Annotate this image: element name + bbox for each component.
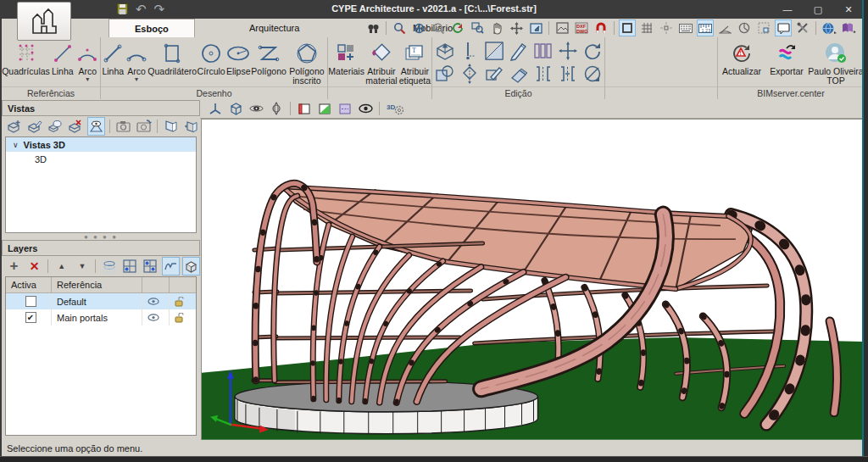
panel-splitter[interactable]: ● ● ● ● <box>2 233 200 240</box>
maximize-button[interactable]: ▢ <box>805 3 831 16</box>
orbit-eye-icon[interactable] <box>248 100 264 117</box>
grid-b-icon[interactable] <box>142 257 159 276</box>
delete-layer-icon[interactable]: ✕ <box>25 257 43 276</box>
grid-toggle-icon[interactable] <box>638 19 655 36</box>
close-button[interactable]: ✕ <box>836 3 861 16</box>
trim-icon[interactable] <box>481 39 506 62</box>
zoom-extents-icon[interactable] <box>410 19 427 36</box>
checkbox-checked[interactable]: ✔ <box>25 312 36 323</box>
edit-icon[interactable] <box>506 39 531 62</box>
tool-poligono-inscrito[interactable]: Polígono inscrito <box>287 40 327 86</box>
lock-icon[interactable] <box>170 309 197 326</box>
grid-a-icon[interactable] <box>121 257 139 276</box>
modify-icon[interactable] <box>481 62 506 85</box>
object-snap-icon[interactable] <box>755 19 772 36</box>
dimensions-toggle-icon[interactable]: 1.23 <box>697 19 714 36</box>
gimbal-icon[interactable] <box>268 100 285 117</box>
view-visibility-icon[interactable] <box>87 117 105 136</box>
model-canvas[interactable] <box>201 119 864 441</box>
add-layer-icon[interactable]: + <box>5 257 23 276</box>
capture-view-icon[interactable] <box>114 117 132 136</box>
hide-eye-icon[interactable] <box>357 100 374 117</box>
tool-quadriculas[interactable]: Quadrículas <box>2 40 50 76</box>
snap-point-icon[interactable] <box>658 19 675 36</box>
tool-quadrilatero[interactable]: Quadrilátero <box>147 40 197 76</box>
symmetry-icon[interactable] <box>457 62 481 85</box>
tool-actualizar[interactable]: ! Actualizar <box>718 40 765 76</box>
purple-plane-icon[interactable] <box>337 100 353 117</box>
minimize-button[interactable]: — <box>775 3 800 16</box>
tool-atribuir-etiqueta[interactable]: T Atribuir etiqueta <box>398 40 431 86</box>
comment-icon[interactable] <box>775 19 792 36</box>
layer-row-main-portals[interactable]: ✔ Main portals <box>6 309 196 326</box>
chevron-down-icon[interactable]: ▾ <box>135 76 138 82</box>
keyboard-entry-icon[interactable] <box>677 19 694 36</box>
tool-elipse[interactable]: Elipse <box>225 40 251 76</box>
tab-esboco[interactable]: Esboço <box>108 19 195 38</box>
zoom-out-icon[interactable] <box>430 19 447 36</box>
tab-arquitectura[interactable]: Arquitectura <box>224 19 325 37</box>
zoom-icon[interactable] <box>391 19 408 36</box>
protractor-icon[interactable] <box>716 19 733 36</box>
edit-view-icon[interactable] <box>25 117 43 136</box>
pan-icon[interactable] <box>488 19 505 36</box>
move-up-icon[interactable]: ▲ <box>53 257 70 276</box>
duplicate-view-icon[interactable] <box>46 117 64 136</box>
wireframe-toggle-icon[interactable] <box>162 257 180 276</box>
save-icon[interactable] <box>117 3 128 14</box>
zoom-window-icon[interactable] <box>469 19 486 36</box>
tool-exportar[interactable]: Exportar <box>765 40 808 76</box>
undo-icon[interactable]: ↶ <box>136 4 147 14</box>
search-icon[interactable] <box>364 19 381 36</box>
tool-linha-ref[interactable]: Linha <box>50 40 75 76</box>
move-down-icon[interactable]: ▼ <box>73 257 91 276</box>
green-plane-icon[interactable] <box>316 100 333 117</box>
erase-icon[interactable] <box>506 62 531 85</box>
lock-icon[interactable] <box>170 293 197 310</box>
cube-view-icon[interactable] <box>227 100 244 117</box>
tool-materiais[interactable]: Materiais <box>328 40 364 76</box>
tool-poligono[interactable]: Polígono <box>251 40 286 76</box>
layers-panel-header[interactable]: Layers <box>2 240 200 256</box>
eye-icon[interactable] <box>142 309 170 326</box>
tree-item-vistas-3d[interactable]: ∨ Vistas 3D <box>6 137 196 152</box>
solid-toggle-icon[interactable] <box>182 257 200 276</box>
move-view-icon[interactable] <box>508 19 525 36</box>
magnet-snap-icon[interactable] <box>593 19 609 36</box>
layer-row-default[interactable]: Default <box>6 293 196 310</box>
angle-snap-icon[interactable] <box>736 19 753 36</box>
app-menu-button[interactable] <box>17 2 71 41</box>
tree-item-3d[interactable]: 3D <box>6 152 196 166</box>
section-b-icon[interactable] <box>182 117 200 136</box>
image-frame-icon[interactable] <box>554 19 570 36</box>
web-globe-icon[interactable] <box>821 19 837 36</box>
checkbox-unchecked[interactable] <box>25 296 36 307</box>
delete-view-icon[interactable] <box>66 117 84 136</box>
move-icon[interactable] <box>555 39 580 62</box>
tool-circulo[interactable]: Círculo <box>197 40 225 76</box>
tool-arco-ref[interactable]: Arco ▾ <box>75 40 100 82</box>
dxf-dwg-icon[interactable]: DXFDWG <box>573 19 590 36</box>
rotate-axis-icon[interactable] <box>580 62 604 85</box>
tools-icon[interactable] <box>794 19 811 36</box>
tool-linha[interactable]: Linha <box>101 40 125 76</box>
ortho-toggle-icon[interactable] <box>619 19 636 36</box>
section-a-icon[interactable] <box>162 117 180 136</box>
gear-3d-icon[interactable]: 3D <box>385 100 409 117</box>
redo-icon[interactable]: ↷ <box>154 4 165 14</box>
tool-atribuir-material[interactable]: Atribuir material <box>364 40 398 86</box>
divide-icon[interactable] <box>531 62 555 85</box>
vistas-panel-header[interactable]: Vistas <box>2 100 200 116</box>
red-plane-icon[interactable] <box>296 100 313 117</box>
redraw-icon[interactable] <box>449 19 466 36</box>
extrude-icon[interactable] <box>432 39 457 62</box>
user-account[interactable]: Paulo Oliveira TOP <box>808 40 864 86</box>
rotate-icon[interactable] <box>580 39 604 62</box>
fit-window-icon[interactable] <box>527 19 544 36</box>
new-view-icon[interactable] <box>5 117 23 136</box>
tool-arco[interactable]: Arco ▾ <box>125 40 148 82</box>
eye-icon[interactable] <box>142 293 170 310</box>
union-icon[interactable] <box>432 62 457 85</box>
join-icon[interactable] <box>555 62 580 85</box>
help-book-icon[interactable] <box>840 19 857 36</box>
